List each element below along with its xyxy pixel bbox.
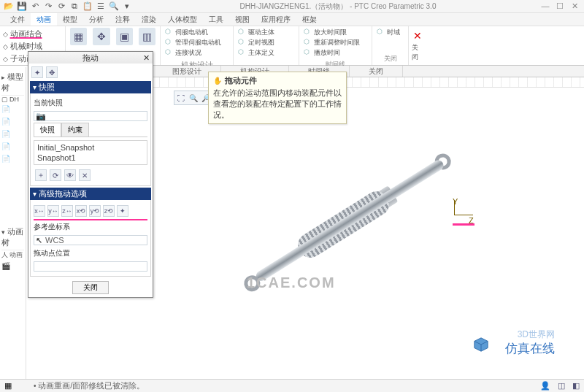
tree-header-model[interactable]: ▸ 模型树 bbox=[1, 69, 24, 96]
snap-add-icon[interactable]: ＋ bbox=[35, 169, 47, 181]
menu-view[interactable]: 视图 bbox=[229, 13, 256, 26]
ribbon-item-zoom-time[interactable]: 放大时间限 bbox=[304, 28, 367, 38]
tab-snapshot[interactable]: 快照 bbox=[34, 123, 61, 137]
dialog-close-icon[interactable]: ✕ bbox=[143, 53, 150, 63]
snapshot-icon[interactable]: ▣ bbox=[116, 28, 133, 45]
menu-animation[interactable]: 动画 bbox=[31, 13, 57, 26]
tree-anim-icon[interactable]: 🎬 bbox=[1, 260, 24, 272]
windows-icon[interactable]: ☰ bbox=[96, 2, 105, 11]
regen-icon[interactable]: ⟳ bbox=[57, 2, 66, 11]
ribbon-item-readj-time[interactable]: 重新调整时间限 bbox=[304, 38, 367, 48]
snap-update-icon[interactable]: ⟳ bbox=[50, 169, 61, 181]
highlight-csys bbox=[453, 223, 474, 226]
open-icon[interactable]: 📂 bbox=[4, 2, 13, 11]
drag-point-icon[interactable]: ✦ bbox=[31, 66, 43, 78]
keyframe-icon[interactable]: ▦ bbox=[70, 28, 87, 45]
status-filter-icon[interactable]: 👤 bbox=[540, 381, 550, 391]
close-x-icon[interactable]: ✕ bbox=[413, 30, 422, 42]
menu-apps[interactable]: 应用程序 bbox=[256, 13, 296, 26]
tree-node-anim[interactable]: 人动画 bbox=[1, 250, 24, 260]
snap-show-icon[interactable]: 👁 bbox=[64, 169, 76, 181]
zoom-in-icon[interactable]: 🔍 bbox=[188, 92, 199, 104]
snapshot-item-initial[interactable]: Initial_Snapshot bbox=[37, 142, 144, 153]
model-tree-panel: ▸ 模型树 ▢DH 📄 📄 📄 📄 📄 ▾ 动画树 人动画 🎬 bbox=[0, 67, 26, 379]
tree-header-anim[interactable]: ▾ 动画树 bbox=[1, 223, 24, 250]
tab-constraint[interactable]: 约束 bbox=[61, 123, 89, 137]
tree-icon-1[interactable]: 📄 bbox=[1, 103, 24, 115]
menu-manikin[interactable]: 人体模型 bbox=[162, 13, 203, 26]
menu-tools[interactable]: 工具 bbox=[203, 13, 229, 26]
paste-icon[interactable]: 📋 bbox=[83, 2, 92, 11]
dropdown-icon[interactable]: ▾ bbox=[123, 2, 131, 11]
ribbon-item-body-def[interactable]: 主体定义 bbox=[238, 48, 294, 58]
search-icon[interactable]: 🔍 bbox=[110, 2, 118, 11]
section-snapshot-header[interactable]: ▾ 快照 bbox=[30, 81, 151, 93]
tree-icon-5[interactable]: 📄 bbox=[1, 153, 24, 165]
snapshot-list[interactable]: Initial_Snapshot Snapshot1 bbox=[34, 140, 147, 165]
drag-point-label: 拖动点位置 bbox=[34, 247, 147, 260]
status-icon[interactable]: ▦ bbox=[4, 381, 12, 391]
current-snapshot-label: 当前快照 bbox=[34, 96, 147, 109]
status-message: • 动画重画/面部修线已被清除。 bbox=[12, 380, 540, 391]
view-tab-close[interactable]: 关闭 bbox=[350, 66, 403, 77]
dialog-close-button[interactable]: 关闭 bbox=[72, 281, 109, 294]
menu-render[interactable]: 渲染 bbox=[136, 13, 162, 26]
ribbon-item-drive-body[interactable]: 驱动主体 bbox=[238, 28, 294, 38]
ribbon-item-play-time[interactable]: 播放时间 bbox=[304, 48, 367, 58]
ref-csys-field[interactable]: ↖ WCS bbox=[34, 235, 147, 245]
drag-icon[interactable]: ✥ bbox=[93, 28, 110, 45]
undo-icon[interactable]: ↶ bbox=[31, 2, 39, 11]
snapshot-item-1[interactable]: Snapshot1 bbox=[37, 153, 144, 163]
tooltip-body: 在允许的运动范围内移动装配元件以查看您的装配在特定配置下的工作情况。 bbox=[213, 88, 342, 120]
status-bar: ▦ • 动画重画/面部修线已被清除。 👤 ◫ ◧ bbox=[0, 379, 584, 392]
save-icon[interactable]: 💾 bbox=[18, 2, 26, 11]
menu-annotate[interactable]: 注释 bbox=[110, 13, 136, 26]
drag-point-field[interactable] bbox=[34, 261, 147, 272]
refit-icon[interactable]: ⛶ bbox=[175, 92, 187, 104]
menu-frame[interactable]: 框架 bbox=[296, 13, 323, 26]
tree-icon-2[interactable]: 📄 bbox=[1, 115, 24, 128]
minimize-icon[interactable]: — bbox=[540, 1, 550, 11]
ribbon-item-servo[interactable]: 伺服电动机 bbox=[165, 28, 228, 38]
ribbon-close-group: ✕ 关闭 bbox=[409, 26, 426, 65]
adv-translate-z-icon[interactable]: z↔ bbox=[61, 205, 73, 217]
ribbon-item-time-view[interactable]: 定时视图 bbox=[238, 38, 294, 48]
ribbon-item-manage-servo[interactable]: 管理伺服电动机 bbox=[165, 38, 228, 48]
close-icon[interactable]: ✕ bbox=[569, 1, 580, 11]
snap-delete-icon[interactable]: ✕ bbox=[79, 169, 91, 181]
tree-icon-4[interactable]: 📄 bbox=[1, 140, 24, 153]
ribbon-item-conn[interactable]: 连接状况 bbox=[165, 48, 228, 58]
dialog-title-bar[interactable]: 拖动 ✕ bbox=[28, 52, 153, 64]
body-icon[interactable]: ▥ bbox=[139, 28, 155, 45]
tree-node-dh[interactable]: ▢DH bbox=[1, 96, 24, 103]
adv-translate-x-icon[interactable]: x↔ bbox=[34, 205, 45, 217]
brand-small: 3D世界网 bbox=[518, 328, 555, 341]
menu-file[interactable]: 文件 bbox=[4, 13, 31, 26]
group-label-close: 关闭 bbox=[377, 53, 404, 64]
status-datum-icon[interactable]: ◧ bbox=[572, 381, 580, 391]
tooltip-drag-component: 拖动元件 在允许的运动范围内移动装配元件以查看您的装配在特定配置下的工作情况。 bbox=[208, 72, 347, 124]
menu-analysis[interactable]: 分析 bbox=[83, 13, 110, 26]
adv-free-icon[interactable]: ✦ bbox=[117, 205, 128, 217]
tree-icon-3[interactable]: 📄 bbox=[1, 128, 24, 140]
tooltip-title: 拖动元件 bbox=[213, 75, 342, 88]
drag-body-icon[interactable]: ✥ bbox=[46, 66, 58, 78]
model-rod bbox=[254, 158, 445, 283]
adv-translate-y-icon[interactable]: y↔ bbox=[47, 205, 59, 217]
menu-model[interactable]: 模型 bbox=[57, 13, 83, 26]
camera-icon[interactable]: 📷 bbox=[36, 112, 46, 121]
maximize-icon[interactable]: ☐ bbox=[555, 1, 565, 11]
ribbon-item-anim-comb[interactable]: ◇ 动画结合 bbox=[3, 28, 62, 40]
status-geom-icon[interactable]: ◫ bbox=[558, 381, 565, 391]
redo-icon[interactable]: ↷ bbox=[44, 2, 53, 11]
adv-rotate-z-icon[interactable]: z⟲ bbox=[103, 205, 115, 217]
adv-rotate-x-icon[interactable]: x⟲ bbox=[75, 205, 87, 217]
current-snapshot-field[interactable]: 📷 bbox=[34, 111, 147, 121]
ref-csys-label: 参考坐标系 bbox=[34, 220, 147, 234]
ribbon-item-timeline[interactable]: 时域 bbox=[377, 28, 404, 38]
section-advanced-header[interactable]: ▾ 高级拖动选项 bbox=[30, 188, 151, 200]
pick-icon[interactable]: ↖ bbox=[36, 236, 42, 245]
model-shock-absorber[interactable] bbox=[186, 144, 446, 392]
adv-rotate-y-icon[interactable]: y⟲ bbox=[89, 205, 101, 217]
copy-icon[interactable]: ⧉ bbox=[70, 2, 79, 11]
